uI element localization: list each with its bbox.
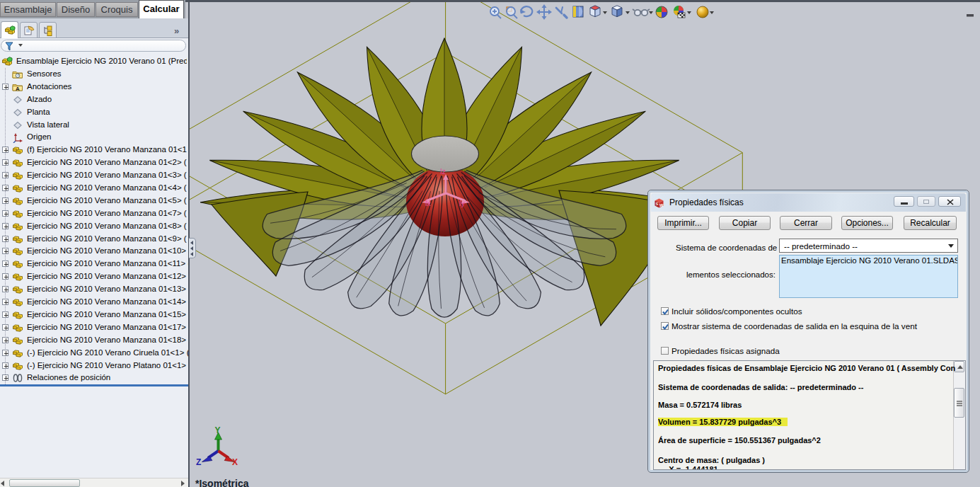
svg-text:Iz: Iz bbox=[440, 168, 446, 176]
svg-text:A: A bbox=[16, 86, 20, 92]
svg-text:Ix: Ix bbox=[425, 200, 431, 207]
svg-text:W: W bbox=[659, 203, 664, 207]
svg-text:Iy: Iy bbox=[459, 200, 465, 207]
svg-text:Z: Z bbox=[196, 457, 201, 467]
svg-text:S: S bbox=[656, 202, 659, 206]
svg-text:X: X bbox=[232, 457, 238, 467]
svg-text:Y: Y bbox=[215, 425, 221, 435]
svg-text:*Isométrica: *Isométrica bbox=[195, 478, 249, 487]
